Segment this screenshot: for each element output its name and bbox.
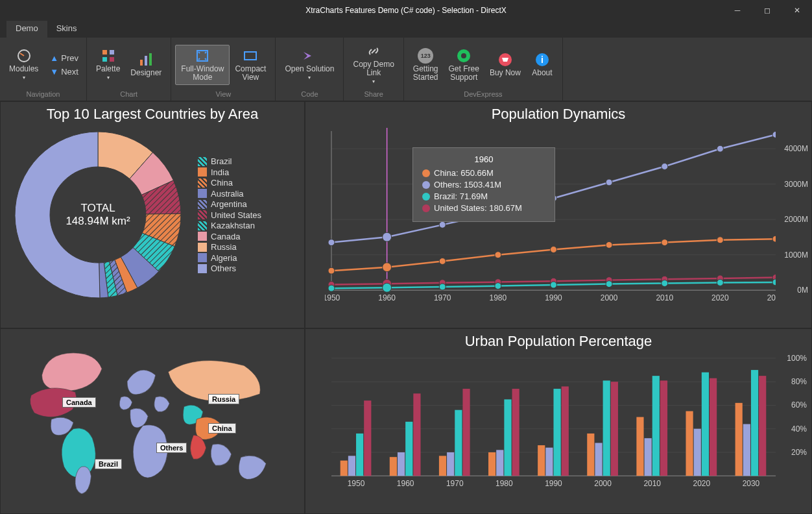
legend-item[interactable]: Algeria [198, 253, 261, 263]
link-icon [366, 43, 381, 59]
svg-point-42 [328, 267, 335, 274]
svg-rect-120 [694, 429, 701, 476]
map-panel[interactable]: Canada Brazil Others Russia China [0, 328, 305, 514]
svg-point-39 [662, 163, 668, 169]
svg-rect-124 [735, 403, 743, 476]
bar-panel: Urban Population Percentage 195019601970… [305, 328, 812, 514]
full-window-button[interactable]: Full-Window Mode [175, 45, 230, 85]
close-button[interactable]: ✕ [782, 0, 812, 21]
support-button[interactable]: Get Free Support [444, 45, 484, 84]
compact-icon [243, 48, 258, 64]
about-button[interactable]: iAbout [526, 49, 558, 80]
svg-rect-125 [743, 424, 750, 476]
buy-now-button[interactable]: Buy Now [484, 49, 526, 80]
palette-icon [101, 48, 116, 64]
line-chart[interactable]: 195019601970198019902000201020202030 196… [325, 128, 776, 303]
tab-skins[interactable]: Skins [47, 21, 86, 38]
legend-item[interactable]: China [198, 178, 261, 188]
svg-rect-100 [496, 450, 503, 476]
svg-point-43 [383, 263, 392, 272]
svg-rect-5 [140, 60, 143, 66]
map-label-russia: Russia [208, 394, 239, 404]
svg-rect-102 [512, 389, 519, 476]
svg-rect-87 [364, 400, 371, 476]
world-map[interactable] [7, 336, 298, 507]
svg-point-41 [772, 131, 776, 138]
legend-item[interactable]: Brazil [198, 156, 261, 166]
group-devexpress-label: DevExpress [404, 89, 562, 101]
svg-point-49 [717, 237, 723, 243]
legend-item[interactable]: Kazakhstan [198, 221, 261, 230]
getting-started-button[interactable]: 123Getting Started [408, 45, 444, 84]
svg-rect-104 [538, 445, 545, 476]
designer-button[interactable]: Designer [125, 49, 167, 80]
svg-rect-89 [390, 457, 397, 476]
svg-text:1990: 1990 [545, 293, 562, 302]
legend-item[interactable]: India [198, 167, 261, 177]
prev-button[interactable]: ▲Prev [46, 52, 82, 64]
svg-rect-110 [595, 443, 602, 476]
svg-rect-105 [545, 448, 553, 476]
svg-text:2020: 2020 [711, 293, 729, 302]
svg-point-47 [606, 241, 612, 248]
legend-item[interactable]: Others [198, 263, 261, 273]
svg-rect-90 [398, 452, 405, 476]
svg-rect-111 [603, 380, 610, 476]
svg-text:2030: 2030 [743, 479, 760, 488]
legend-item[interactable]: Canada [198, 232, 261, 241]
line-tooltip: 1960 China: 650.66MOthers: 1503.41MBrazi… [412, 147, 555, 222]
svg-rect-101 [504, 399, 511, 476]
group-code-label: Code [276, 89, 343, 101]
svg-rect-121 [702, 373, 709, 476]
svg-text:1980: 1980 [496, 479, 513, 488]
next-button[interactable]: ▼Next [46, 66, 82, 78]
copy-link-button[interactable]: Copy Demo Link▾ [348, 41, 399, 88]
line-panel: Population Dynamics 19501960197019801990… [305, 101, 812, 328]
tooltip-year: 1960 [422, 154, 545, 164]
svg-rect-84 [340, 461, 348, 476]
svg-rect-126 [751, 370, 758, 476]
open-solution-button[interactable]: Open Solution▾ [280, 45, 339, 84]
legend-item[interactable]: Russia [198, 242, 261, 252]
svg-point-66 [662, 280, 668, 287]
svg-rect-114 [636, 417, 643, 476]
svg-text:2030: 2030 [767, 293, 776, 302]
svg-text:1960: 1960 [397, 479, 414, 488]
svg-rect-92 [413, 393, 420, 476]
svg-rect-91 [405, 422, 412, 476]
tab-demo[interactable]: Demo [6, 21, 47, 38]
minimize-button[interactable]: ─ [722, 0, 752, 21]
window-title: XtraCharts Features Demo (C# code) - Sel… [305, 6, 506, 15]
legend-item[interactable]: United States [198, 210, 261, 220]
vs-icon [302, 48, 317, 64]
donut-chart[interactable]: TOTAL 148.94M km² [7, 124, 189, 306]
svg-text:1950: 1950 [325, 293, 340, 302]
donut-panel: Top 10 Largest Countries by Area TOTAL 1… [0, 101, 305, 328]
svg-text:i: i [541, 55, 543, 65]
svg-rect-7 [149, 53, 152, 66]
lifebuoy-icon [456, 48, 472, 64]
svg-text:2000: 2000 [601, 293, 618, 302]
map-label-canada: Canada [62, 397, 96, 408]
svg-text:1970: 1970 [434, 293, 451, 302]
modules-button[interactable]: Modules ▾ [4, 45, 43, 84]
palette-button[interactable]: Palette▾ [91, 45, 125, 84]
compact-view-button[interactable]: Compact View [230, 45, 271, 84]
maximize-button[interactable]: ◻ [752, 0, 782, 21]
svg-text:1960: 1960 [378, 293, 396, 302]
svg-text:1990: 1990 [545, 479, 562, 488]
svg-rect-4 [110, 57, 114, 62]
svg-rect-1 [102, 50, 107, 55]
svg-text:2020: 2020 [693, 479, 711, 488]
donut-total-value: 148.94M km² [66, 215, 130, 228]
legend-item[interactable]: Australia [198, 189, 261, 199]
svg-rect-86 [356, 434, 363, 476]
svg-point-45 [495, 252, 501, 258]
legend-item[interactable]: Argentina [198, 199, 261, 209]
svg-point-34 [383, 232, 392, 241]
svg-text:1980: 1980 [490, 293, 507, 302]
svg-rect-127 [759, 376, 766, 476]
bar-chart[interactable]: 195019601970198019902000201020202030 20%… [325, 355, 776, 489]
donut-legend: BrazilIndiaChinaAustraliaArgentinaUnited… [198, 156, 261, 275]
svg-point-40 [717, 145, 723, 152]
